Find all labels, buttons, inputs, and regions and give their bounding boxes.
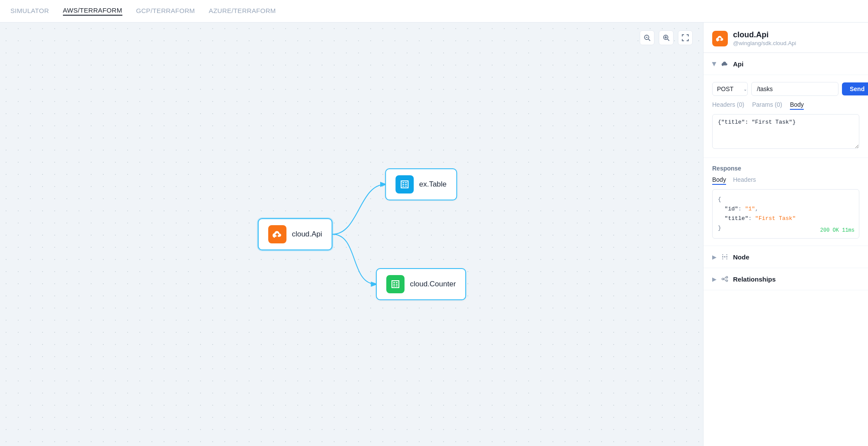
section-relationships-header[interactable]: ▶ Relationships [704,268,868,290]
cloud-api-icon [268,225,286,243]
response-tab-headers[interactable]: Headers [733,176,756,185]
top-nav: SIMULATOR AWS/TERRAFORM GCP/TERRAFORM AZ… [0,0,868,23]
section-node-title: Node [733,253,750,261]
tab-params[interactable]: Params (0) [752,101,782,110]
api-cloud-icon [720,59,730,69]
response-line-open: { [718,195,854,204]
panel-title: cloud.Api [733,30,796,39]
tab-body[interactable]: Body [790,101,804,110]
url-input[interactable] [751,82,838,96]
node-cloud-counter[interactable]: cloud.Counter [376,268,466,300]
svg-point-10 [722,255,723,256]
api-chevron-icon: ▶ [711,62,718,66]
svg-line-17 [723,278,726,279]
svg-point-12 [722,259,723,259]
send-button[interactable]: Send [842,82,868,95]
svg-line-18 [723,279,726,280]
node-ex-table[interactable]: ex.Table [385,168,457,200]
response-tabs: Body Headers [712,176,859,185]
response-line-title: "title": "First Task" [718,214,854,223]
canvas-toolbar [640,30,693,45]
svg-point-14 [722,278,723,280]
tab-gcp-terraform[interactable]: GCP/TERRAFORM [136,7,195,15]
method-select-wrapper[interactable]: POST GET PUT DELETE PATCH ⌄ [712,82,748,96]
node-cloud-api-label: cloud.Api [292,230,322,239]
canvas-area: cloud.Api ex.Table cloud.Counter [0,23,703,446]
section-api-header[interactable]: ▶ Api [704,53,868,75]
panel-node-icon [712,31,728,46]
arrows-svg [0,23,703,446]
response-title: Response [712,165,859,172]
panel-title-block: cloud.Api @winglang/sdk.cloud.Api [733,30,796,46]
body-textarea[interactable]: {"title": "First Task"} [712,114,859,149]
zoom-out-button[interactable] [640,30,654,45]
fullscreen-button[interactable] [678,30,693,45]
ex-table-icon [396,175,414,193]
svg-point-11 [727,255,727,256]
response-tab-body[interactable]: Body [712,176,726,185]
node-chevron-icon: ▶ [712,254,717,260]
method-select[interactable]: POST GET PUT DELETE PATCH [717,85,741,92]
relationships-icon [720,274,730,284]
tab-aws-terraform[interactable]: AWS/TERRAFORM [63,7,122,16]
api-section-content: POST GET PUT DELETE PATCH ⌄ Send Headers… [704,75,868,158]
panel-subtitle: @winglang/sdk.cloud.Api [733,40,796,46]
svg-point-7 [722,256,723,258]
panel-header: cloud.Api @winglang/sdk.cloud.Api [704,23,868,53]
node-cloud-api[interactable]: cloud.Api [258,218,332,250]
tab-headers[interactable]: Headers (0) [712,101,744,110]
relationships-chevron-icon: ▶ [712,276,717,282]
svg-point-16 [726,280,728,282]
zoom-in-button[interactable] [659,30,674,45]
method-chevron-icon: ⌄ [743,87,747,92]
tab-azure-terraform[interactable]: AZURE/TERRAFORM [209,7,276,15]
method-url-row: POST GET PUT DELETE PATCH ⌄ Send [712,82,859,96]
node-ex-table-label: ex.Table [419,180,447,189]
section-relationships-title: Relationships [733,275,776,283]
node-dots-icon [720,252,730,262]
cloud-counter-icon [386,275,404,293]
node-cloud-counter-label: cloud.Counter [410,280,456,289]
section-node-header[interactable]: ▶ Node [704,246,868,268]
tab-simulator[interactable]: SIMULATOR [10,7,49,15]
section-api-title: Api [733,60,743,68]
svg-line-2 [648,39,650,41]
svg-point-15 [726,276,728,278]
svg-line-6 [667,39,669,41]
svg-point-9 [726,256,727,258]
main-layout: cloud.Api ex.Table cloud.Counter [0,23,868,446]
api-tabs: Headers (0) Params (0) Body [712,101,859,110]
svg-point-8 [724,256,726,258]
svg-point-13 [727,259,727,259]
response-line-id: "id": "1", [718,204,854,214]
right-panel: cloud.Api @winglang/sdk.cloud.Api ▶ Api … [703,23,868,446]
response-body: { "id": "1", "title": "First Task" } 200… [712,189,859,239]
response-section: Response Body Headers { "id": "1", "titl… [704,158,868,246]
response-status: 200 OK 11ms [820,226,855,235]
